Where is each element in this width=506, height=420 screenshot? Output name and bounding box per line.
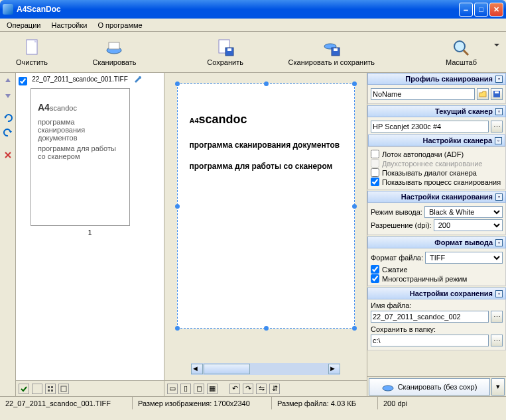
thumb-filename: 22_07_2011_scandoc_001.TIFF [29,76,131,83]
format-select[interactable]: TIFF [425,252,503,264]
scan-nosave-button[interactable]: Сканировать (без сохр) [369,378,490,395]
magnifier-icon [452,38,470,57]
scanner-icon [382,382,394,392]
filename-browse-button[interactable]: ⋯ [491,311,503,323]
move-up-icon[interactable] [3,76,13,86]
svg-point-9 [454,41,465,52]
fit-page-icon[interactable]: ▯ [180,384,191,394]
menu-about[interactable]: О программе [94,20,146,30]
collapse-icon[interactable]: ▫ [495,108,503,115]
collapse-icon[interactable]: ▫ [495,193,503,201]
svg-rect-18 [495,91,499,93]
svg-rect-2 [109,42,119,49]
grid-large-icon[interactable] [58,384,69,394]
scan-button[interactable]: Сканировать [83,36,145,69]
maximize-button[interactable]: □ [474,3,488,17]
scansettings-header[interactable]: Настройки сканирования▫ [367,191,506,203]
scroll-thumb[interactable] [204,364,250,374]
close-button[interactable]: ✕ [489,3,503,17]
menu-settings[interactable]: Настройки [47,20,91,30]
preview-area: A4scandoc программа сканирования докумен… [164,73,367,396]
rotate-right-icon[interactable] [3,127,13,138]
thumbnail-preview[interactable]: A4scandoc программа сканирования докумен… [31,88,130,226]
savesettings-header[interactable]: Настройки сохранения▫ [367,288,506,299]
grid-small-icon[interactable] [45,384,56,394]
svg-rect-16 [61,386,66,392]
folder-browse-button[interactable]: ⋯ [491,335,503,346]
svg-point-11 [139,76,141,79]
scanner-browse-button[interactable]: ⋯ [491,121,503,132]
delete-icon[interactable] [3,150,13,160]
scroll-right-icon[interactable]: ► [328,364,340,374]
dpi-select[interactable]: 200 [434,219,503,231]
svg-rect-8 [334,48,338,51]
adf-checkbox[interactable]: Лоток автоподачи (ADF) [371,150,503,158]
preview-hscroll[interactable]: ◄ ► [191,363,340,375]
scroll-left-icon[interactable]: ◄ [191,364,203,374]
flip-v-icon[interactable]: ⇵ [269,384,280,394]
settings-panel: Профиль сканирования▫ Текущий сканер▫ ⋯ … [367,73,506,396]
collapse-icon[interactable]: ▫ [495,290,503,297]
open-profile-icon[interactable] [477,88,489,100]
move-down-icon[interactable] [3,90,13,101]
collapse-icon[interactable]: ▫ [495,76,503,83]
thumbnail-item[interactable]: 22_07_2011_scandoc_001.TIFF [19,76,161,85]
scanner-name-input[interactable] [371,121,489,132]
clear-button[interactable]: Очистить [7,36,57,69]
preview-page[interactable]: A4scandoc программа сканирования докумен… [177,83,355,329]
svg-rect-14 [48,390,50,392]
scanner-opts-header[interactable]: Настройки сканера▫ [368,134,505,146]
compress-checkbox[interactable]: Сжатие [371,265,503,274]
uncheck-all-icon[interactable] [32,384,42,394]
format-header[interactable]: Формат вывода▫ [367,236,506,248]
save-icon [216,38,235,57]
flip-h-icon[interactable]: ⇋ [256,384,267,394]
collapse-icon[interactable]: ▫ [495,239,503,246]
profile-name-input[interactable] [371,88,475,100]
svg-point-19 [383,386,393,391]
folder-input[interactable] [371,335,489,346]
svg-rect-15 [51,390,53,392]
svg-line-10 [464,50,468,55]
scanner-header[interactable]: Текущий сканер▫ [367,105,506,117]
thumb-config-icon[interactable] [133,76,142,85]
minimize-button[interactable]: ‒ [459,3,473,17]
menubar: Операции Настройки О программе [0,19,506,32]
grid-icon[interactable]: ▦ [207,384,218,394]
zoom-100-icon[interactable]: ◻ [194,384,204,394]
profile-header[interactable]: Профиль сканирования▫ [367,73,506,85]
mode-select[interactable]: Black & White [424,206,503,218]
scanner-save-icon [322,38,341,57]
titlebar: A4ScanDoc ‒ □ ✕ [0,0,506,19]
menu-operations[interactable]: Операции [3,20,44,30]
preview-toolbar: ▭ ▯ ◻ ▦ ↶ ↷ ⇋ ⇵ [164,380,367,396]
fit-width-icon[interactable]: ▭ [167,384,178,394]
filename-input[interactable] [371,311,489,323]
multipage-checkbox[interactable]: Многостраничный режим [371,274,503,283]
save-button[interactable]: Сохранить [198,36,253,69]
rotate-ccw-icon[interactable]: ↶ [229,384,240,394]
app-title: A4ScanDoc [17,5,459,14]
status-filename: 22_07_2011_scandoc_001.TIFF [0,397,133,409]
status-bar: 22_07_2011_scandoc_001.TIFF Размер изобр… [0,396,506,409]
save-profile-icon[interactable] [491,88,503,100]
rotate-left-icon[interactable] [3,113,13,123]
status-imgsize: Размер изображения: 1700x2340 [133,397,272,409]
scan-dropdown-button[interactable]: ▾ [491,378,505,395]
thumb-toolbar [16,380,164,396]
thumb-checkbox[interactable] [19,77,27,85]
collapse-icon[interactable]: ▫ [495,137,502,144]
scanner-icon [105,38,123,57]
zoom-button[interactable]: Масштаб [436,36,486,69]
duplex-checkbox: Двухстороннее сканирование [371,159,503,168]
rotate-cw-icon[interactable]: ↷ [243,384,253,394]
progress-checkbox[interactable]: Показывать процесс сканирования [371,178,503,186]
vertical-toolbar [0,73,16,396]
app-icon [3,4,13,15]
scan-save-button[interactable]: Сканировать и сохранить [279,36,385,69]
svg-rect-12 [48,386,50,388]
status-filesize: Размер файла: 4.03 КБ [272,397,378,409]
check-all-icon[interactable] [19,384,29,394]
toolbar-overflow-icon[interactable] [494,44,499,46]
dialog-checkbox[interactable]: Показывать диалог сканера [371,168,503,177]
